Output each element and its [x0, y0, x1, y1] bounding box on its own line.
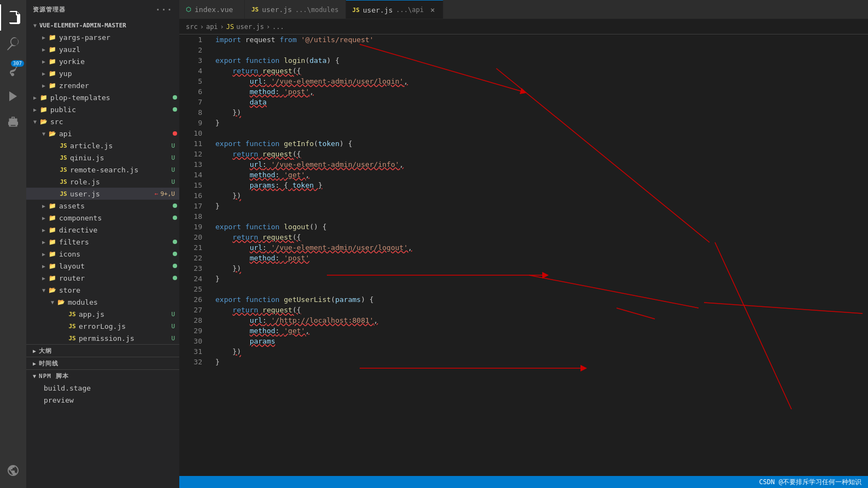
- breadcrumb-sep1: ›: [200, 23, 204, 31]
- tree-item-store[interactable]: ▼ 📂 store: [26, 284, 179, 296]
- code-line-14: method: 'get',: [215, 170, 868, 180]
- tab-user-api-label: user.js: [363, 6, 393, 14]
- folder-icon: 📁: [48, 274, 57, 282]
- assets-dot: [173, 204, 177, 208]
- icons-label: icons: [59, 250, 171, 258]
- activity-bar-extensions[interactable]: [0, 109, 26, 136]
- permission-js-label: permission.js: [79, 334, 171, 342]
- tree-item-user-js[interactable]: ▶ JS user.js ← 9+,U: [26, 188, 179, 200]
- errorlog-js-status: U: [171, 323, 175, 330]
- code-line-17: }: [215, 201, 868, 211]
- tree-item-yauzl[interactable]: ▶ 📁 yauzl: [26, 43, 179, 55]
- folder-icon: 📁: [48, 225, 57, 234]
- folder-icon: 📁: [48, 249, 57, 258]
- root-label: VUE-ELEMENT-ADMIN-MASTER: [39, 22, 179, 29]
- tree-item-errorlog-js[interactable]: ▶ JS errorLog.js U: [26, 320, 179, 332]
- tree-item-plop[interactable]: ▶ 📁 plop-templates: [26, 91, 179, 103]
- breadcrumb: src › api › JS user.js › ...: [179, 19, 868, 34]
- tree-item-public[interactable]: ▶ 📁 public: [26, 103, 179, 115]
- src-label: src: [50, 118, 179, 126]
- activity-bar-source-control[interactable]: 307: [0, 57, 26, 83]
- tab-index-label: index.vue: [195, 5, 233, 14]
- tree-item-zrender[interactable]: ▶ 📁 zrender: [26, 79, 179, 91]
- public-chevron: ▶: [31, 105, 39, 114]
- tree-item-modules[interactable]: ▼ 📂 modules: [26, 296, 179, 308]
- remote-search-label: remote-search.js: [70, 166, 171, 174]
- article-status: U: [171, 142, 175, 149]
- tree-item-role[interactable]: ▶ JS role.js U: [26, 176, 179, 188]
- tree-item-directive[interactable]: ▶ 📁 directive: [26, 224, 179, 236]
- tree-root[interactable]: ▼ VUE-ELEMENT-ADMIN-MASTER: [26, 19, 179, 31]
- code-line-11: export function getInfo(token) {: [215, 138, 868, 149]
- app-js-label: app.js: [79, 310, 171, 318]
- code-line-28: url: '/http://localhost:8081',: [215, 315, 868, 326]
- layout-label: layout: [59, 262, 171, 270]
- tree-item-components[interactable]: ▶ 📁 components: [26, 212, 179, 224]
- yorkie-label: yorkie: [59, 57, 179, 66]
- folder-open-icon: 📂: [48, 286, 57, 294]
- activity-bar-run[interactable]: [0, 83, 26, 109]
- folder-icon: 📁: [48, 33, 57, 42]
- tree-item-assets[interactable]: ▶ 📁 assets: [26, 200, 179, 212]
- breadcrumb-api[interactable]: api: [206, 23, 218, 31]
- yauzl-chevron: ▶: [39, 45, 48, 54]
- yup-label: yup: [59, 69, 179, 78]
- yargs-chevron: ▶: [39, 33, 48, 42]
- npm-item-preview[interactable]: preview: [26, 394, 179, 406]
- tab-user-js-modules[interactable]: JS user.js ...\modules: [245, 0, 346, 19]
- sidebar-options[interactable]: ···: [155, 4, 173, 15]
- tab-index-vue[interactable]: ⬡ index.vue: [179, 0, 245, 19]
- code-line-15: params: { token }: [215, 180, 868, 190]
- npm-item-build[interactable]: build.stage: [26, 382, 179, 394]
- folder-icon: 📁: [48, 69, 57, 78]
- tree-item-remote-search[interactable]: ▶ JS remote-search.js U: [26, 164, 179, 176]
- tab-user-js-api[interactable]: JS user.js ...\api ×: [346, 0, 443, 19]
- remote-search-status: U: [171, 166, 175, 173]
- activity-bar-files[interactable]: [0, 4, 26, 31]
- tree-item-yorkie[interactable]: ▶ 📁 yorkie: [26, 55, 179, 67]
- code-line-26: export function getUserList(params) {: [215, 294, 868, 305]
- js-icon: JS: [68, 334, 77, 342]
- router-label: router: [59, 274, 171, 282]
- code-line-10: [215, 128, 868, 138]
- breadcrumb-sep3: ›: [266, 23, 270, 31]
- code-line-12: return request({: [215, 149, 868, 159]
- editor-area[interactable]: 1 2 3 4 5 6 7 8 9 10 11 12 13 14 15 16 1…: [179, 34, 868, 476]
- tree-item-app-js[interactable]: ▶ JS app.js U: [26, 308, 179, 320]
- tab-close-button[interactable]: ×: [429, 5, 436, 14]
- code-line-20: return request({: [215, 232, 868, 242]
- tree-item-permission-js[interactable]: ▶ JS permission.js U: [26, 332, 179, 344]
- js-icon: JS: [59, 141, 68, 150]
- outline-section: ▶ 大纲: [26, 344, 179, 357]
- code-line-2: [215, 45, 868, 55]
- router-chevron: ▶: [39, 274, 48, 282]
- tab-user-modules-label: user.js: [262, 5, 292, 14]
- directive-chevron: ▶: [39, 225, 48, 234]
- npm-title[interactable]: ▼ NPM 脚本: [26, 370, 179, 382]
- tree-item-article[interactable]: ▶ JS article.js U: [26, 140, 179, 152]
- timeline-title[interactable]: ▶ 时间线: [26, 357, 179, 369]
- tree-item-qiniu[interactable]: ▶ JS qiniu.js U: [26, 152, 179, 164]
- code-line-30: params: [215, 336, 868, 346]
- tree-item-yargs-parser[interactable]: ▶ 📁 yargs-parser: [26, 31, 179, 43]
- code-line-27: return request({: [215, 305, 868, 315]
- tree-item-api[interactable]: ▼ 📂 api: [26, 127, 179, 140]
- api-dot: [173, 131, 177, 136]
- article-label: article.js: [70, 142, 171, 150]
- public-dot: [173, 107, 177, 112]
- folder-icon: 📁: [48, 213, 57, 222]
- breadcrumb-file[interactable]: user.js: [236, 23, 264, 31]
- tree-item-layout[interactable]: ▶ 📁 layout: [26, 260, 179, 272]
- tree-item-yup[interactable]: ▶ 📁 yup: [26, 67, 179, 79]
- tree-item-src[interactable]: ▼ 📂 src: [26, 115, 179, 127]
- activity-bar-remote[interactable]: [0, 457, 26, 484]
- breadcrumb-dots[interactable]: ...: [272, 23, 284, 31]
- yup-chevron: ▶: [39, 69, 48, 78]
- outline-title[interactable]: ▶ 大纲: [26, 345, 179, 357]
- tree-item-icons[interactable]: ▶ 📁 icons: [26, 248, 179, 260]
- code-lines: import request from '@/utils/request' ex…: [207, 34, 868, 476]
- tree-item-filters[interactable]: ▶ 📁 filters: [26, 236, 179, 248]
- breadcrumb-src[interactable]: src: [186, 23, 198, 31]
- activity-bar-search[interactable]: [0, 31, 26, 57]
- tree-item-router[interactable]: ▶ 📁 router: [26, 272, 179, 284]
